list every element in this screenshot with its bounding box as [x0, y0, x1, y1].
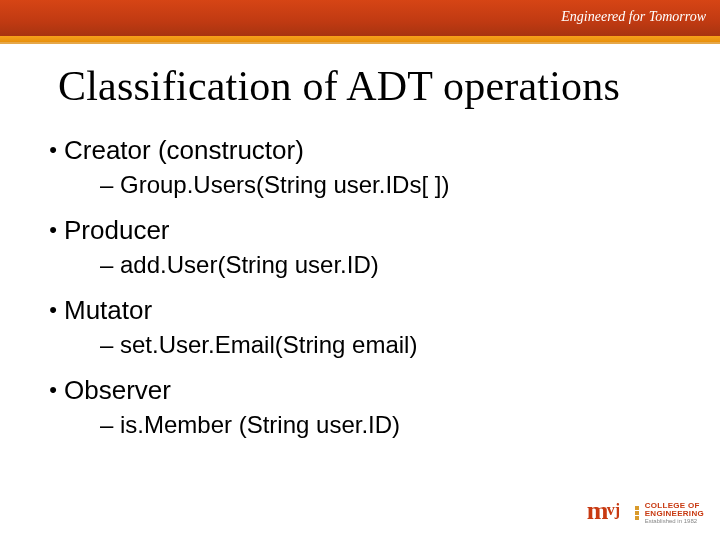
dash-icon: –: [100, 250, 120, 280]
list-subitem: – Group.Users(String user.IDs[ ]): [100, 170, 680, 200]
logo-text: COLLEGE OF ENGINEERING Established in 19…: [645, 502, 704, 524]
list-item-label: Creator (constructor): [64, 134, 304, 166]
list-subitem-label: Group.Users(String user.IDs[ ]): [120, 170, 449, 200]
list-item: • Creator (constructor): [42, 134, 680, 166]
slide: Engineered for Tomorrow Classification o…: [0, 0, 720, 540]
list-item-label: Producer: [64, 214, 170, 246]
logo-line3: Established in 1982: [645, 518, 704, 524]
list-item: • Producer: [42, 214, 680, 246]
content-body: • Creator (constructor) – Group.Users(St…: [42, 128, 680, 454]
list-subitem: – is.Member (String user.ID): [100, 410, 680, 440]
slide-title: Classification of ADT operations: [58, 62, 620, 110]
dash-icon: –: [100, 330, 120, 360]
dash-icon: –: [100, 410, 120, 440]
list-item-label: Observer: [64, 374, 171, 406]
brand-tagline: Engineered for Tomorrow: [561, 9, 706, 25]
list-item-label: Mutator: [64, 294, 152, 326]
list-item: • Mutator: [42, 294, 680, 326]
list-subitem: – set.User.Email(String email): [100, 330, 680, 360]
list-subitem-label: add.User(String user.ID): [120, 250, 379, 280]
logo-mark-icon: mvj: [587, 498, 627, 528]
bullet-icon: •: [42, 214, 64, 246]
dash-icon: –: [100, 170, 120, 200]
bullet-icon: •: [42, 374, 64, 406]
bullet-icon: •: [42, 294, 64, 326]
header-band: Engineered for Tomorrow: [0, 0, 720, 36]
list-item: • Observer: [42, 374, 680, 406]
divider-line: [0, 42, 720, 44]
brand-logo: mvj COLLEGE OF ENGINEERING Established i…: [587, 498, 704, 528]
list-subitem: – add.User(String user.ID): [100, 250, 680, 280]
list-subitem-label: is.Member (String user.ID): [120, 410, 400, 440]
logo-accent-icon: [635, 506, 639, 520]
logo-line2: ENGINEERING: [645, 510, 704, 518]
list-subitem-label: set.User.Email(String email): [120, 330, 417, 360]
bullet-icon: •: [42, 134, 64, 166]
